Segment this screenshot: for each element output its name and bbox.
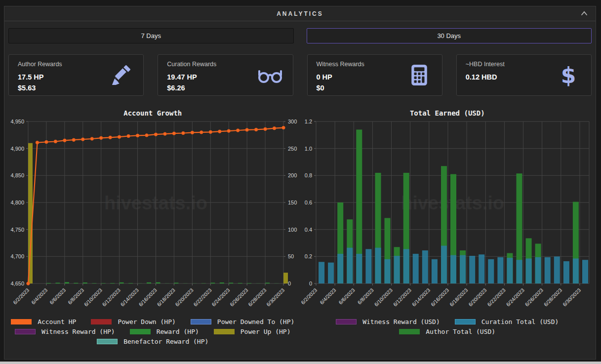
- legend-swatch-author-total-usd: [399, 329, 420, 334]
- legend-item-reward-hp[interactable]: Reward (HP): [130, 328, 199, 335]
- legend-label: Power Up (HP): [240, 328, 291, 335]
- svg-text:4,800: 4,800: [10, 200, 24, 205]
- svg-text:4,850: 4,850: [10, 172, 24, 178]
- svg-text:6/2/2023: 6/2/2023: [12, 287, 30, 305]
- legend-swatch-reward-hp: [130, 329, 151, 334]
- svg-text:6/4/2023: 6/4/2023: [30, 287, 48, 305]
- legend-item-witness-reward-hp[interactable]: Witness Reward (HP): [15, 328, 115, 335]
- total-earned-legend: Witness Reward (USD)Curation Total (USD)…: [300, 318, 595, 335]
- legend-row: Witness Reward (USD)Curation Total (USD): [300, 318, 595, 325]
- stat-card-value-usd: $6.26: [167, 83, 216, 94]
- svg-text:150: 150: [288, 200, 297, 205]
- legend-label: Author Total (USD): [426, 328, 495, 335]
- legend-swatch-account-hp: [11, 319, 32, 324]
- svg-text:6/14/2023: 6/14/2023: [119, 287, 140, 308]
- stat-card-value-hp: 17.5 HP: [18, 72, 62, 83]
- collapse-chevron-up-icon[interactable]: [581, 11, 588, 16]
- svg-text:0.4: 0.4: [304, 227, 312, 233]
- range-button-7-days[interactable]: 7 Days: [8, 28, 294, 43]
- svg-text:6/24/2023: 6/24/2023: [505, 287, 525, 308]
- legend-swatch-power-down-hp: [91, 319, 112, 324]
- charts-row: Account Growth hivestats.io4,9504,9004,8…: [4, 96, 596, 348]
- svg-text:6/10/2023: 6/10/2023: [373, 287, 394, 308]
- chart-title-account-growth: Account Growth: [5, 108, 300, 119]
- account-growth-block: Account Growth hivestats.io4,9504,9004,8…: [5, 108, 300, 348]
- svg-text:0: 0: [288, 281, 291, 286]
- svg-text:6/6/2023: 6/6/2023: [337, 287, 356, 305]
- svg-text:250: 250: [288, 146, 297, 152]
- svg-text:6/28/2023: 6/28/2023: [542, 287, 563, 308]
- svg-text:6/18/2023: 6/18/2023: [156, 287, 176, 308]
- account-growth-chart[interactable]: hivestats.io4,9504,9004,8504,8004,7504,7…: [5, 119, 300, 318]
- legend-label: Account HP: [38, 318, 76, 325]
- svg-text:0: 0: [309, 281, 312, 286]
- legend-label: Curation Total (USD): [481, 318, 559, 325]
- svg-text:6/16/2023: 6/16/2023: [137, 287, 158, 308]
- panel-title: ANALYTICS: [277, 10, 323, 17]
- svg-text:6/14/2023: 6/14/2023: [410, 287, 431, 308]
- range-button-30-days[interactable]: 30 Days: [307, 28, 592, 43]
- bottom-scrollbar-track: [0, 362, 601, 364]
- svg-text:4,900: 4,900: [10, 146, 24, 152]
- legend-item-power-down-hp[interactable]: Power Down (HP): [91, 318, 175, 325]
- svg-text:6/18/2023: 6/18/2023: [448, 287, 469, 308]
- glasses-icon: [256, 61, 284, 89]
- legend-swatch-power-up-hp: [214, 329, 235, 334]
- dollar-icon: $: [555, 61, 582, 89]
- legend-swatch-witness-reward-hp: [15, 329, 36, 334]
- total-earned-chart[interactable]: hivestats.io1.21.00.80.60.40.206/2/20236…: [300, 119, 595, 318]
- svg-text:6/10/2023: 6/10/2023: [83, 287, 104, 308]
- legend-item-account-hp[interactable]: Account HP: [11, 318, 76, 325]
- legend-item-author-total-usd[interactable]: Author Total (USD): [399, 328, 495, 335]
- svg-text:50: 50: [288, 253, 294, 259]
- pencil-icon: [107, 61, 134, 89]
- analytics-panel: ANALYTICS 7 Days 30 Days Author Rewards …: [4, 6, 596, 360]
- chart-title-total-earned: Total Earned (USD): [300, 108, 595, 119]
- svg-text:6/22/2023: 6/22/2023: [192, 287, 213, 308]
- svg-text:200: 200: [288, 172, 297, 178]
- svg-text:6/30/2023: 6/30/2023: [561, 287, 582, 308]
- legend-label: Witness Reward (HP): [41, 328, 115, 335]
- stat-card-label: Author Rewards: [18, 61, 62, 68]
- svg-text:0.2: 0.2: [304, 253, 312, 259]
- legend-item-witness-reward-usd[interactable]: Witness Reward (USD): [336, 318, 440, 325]
- legend-row: Account HPPower Down (HP)Power Downed To…: [5, 318, 300, 325]
- calculator-icon: [405, 61, 433, 89]
- stat-card-value-hp: 19.47 HP: [167, 72, 216, 83]
- svg-text:6/30/2023: 6/30/2023: [265, 287, 286, 308]
- stat-card-label: Witness Rewards: [317, 61, 364, 68]
- stat-card-value-hp: 0 HP: [317, 72, 364, 83]
- legend-item-benefactor-reward-hp[interactable]: Benefactor Reward (HP): [97, 338, 208, 345]
- legend-item-power-up-hp[interactable]: Power Up (HP): [214, 328, 291, 335]
- svg-text:6/12/2023: 6/12/2023: [101, 287, 122, 308]
- stat-cards: Author Rewards 17.5 HP $5.63 Curation Re…: [4, 43, 596, 96]
- svg-text:4,950: 4,950: [10, 119, 24, 124]
- svg-text:6/22/2023: 6/22/2023: [486, 287, 507, 308]
- legend-swatch-witness-reward-usd: [336, 319, 357, 324]
- svg-text:1.0: 1.0: [304, 146, 312, 152]
- svg-text:6/16/2023: 6/16/2023: [429, 287, 450, 308]
- svg-text:6/4/2023: 6/4/2023: [319, 287, 337, 305]
- svg-text:6/8/2023: 6/8/2023: [356, 287, 374, 305]
- legend-row: Witness Reward (HP)Reward (HP)Power Up (…: [5, 328, 300, 335]
- legend-item-curation-total-usd[interactable]: Curation Total (USD): [455, 318, 559, 325]
- legend-label: Witness Reward (USD): [362, 318, 440, 325]
- svg-text:0.8: 0.8: [304, 172, 312, 178]
- svg-text:0.6: 0.6: [304, 200, 312, 205]
- svg-text:4,750: 4,750: [10, 227, 24, 233]
- svg-text:6/20/2023: 6/20/2023: [467, 287, 488, 308]
- svg-text:4,700: 4,700: [10, 253, 24, 259]
- legend-label: Power Downed To (HP): [217, 318, 295, 325]
- legend-label: Benefactor Reward (HP): [123, 338, 208, 345]
- legend-item-power-downed-to-hp[interactable]: Power Downed To (HP): [191, 318, 295, 325]
- stat-card-label: Curation Rewards: [167, 61, 216, 68]
- svg-text:6/26/2023: 6/26/2023: [229, 287, 249, 308]
- stat-card-value-hbd: 0.12 HBD: [466, 72, 505, 83]
- range-tabs: 7 Days 30 Days: [4, 21, 596, 43]
- svg-text:6/8/2023: 6/8/2023: [67, 287, 85, 305]
- svg-text:300: 300: [288, 119, 297, 124]
- stat-card-value-usd: $5.63: [18, 83, 62, 94]
- legend-swatch-benefactor-reward-hp: [97, 339, 118, 344]
- legend-row: Benefactor Reward (HP): [5, 338, 300, 345]
- svg-text:6/24/2023: 6/24/2023: [210, 287, 231, 308]
